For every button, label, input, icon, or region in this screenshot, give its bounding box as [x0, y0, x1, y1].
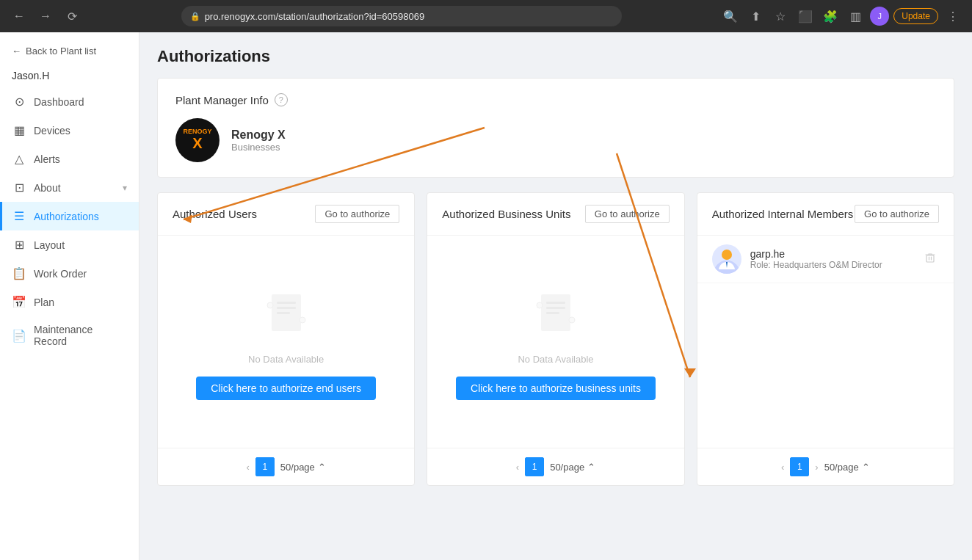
- sidebar-item-label: Maintenance Record: [34, 324, 127, 347]
- pagination-business: ‹ 1 50/page ⌃: [427, 448, 683, 485]
- page-size-business[interactable]: 50/page ⌃: [550, 462, 595, 473]
- search-icon[interactable]: 🔍: [720, 6, 741, 26]
- authorize-end-users-button[interactable]: Click here to authorize end users: [196, 377, 376, 400]
- auth-columns: Authorized Users Go to authorize No Data…: [157, 192, 954, 486]
- sidebar-item-work-order[interactable]: 📋 Work Order: [0, 259, 139, 288]
- member-info: garp.he Role: Headquarters O&M Director: [750, 248, 913, 270]
- page-size-label-i: 50/page: [824, 462, 859, 473]
- forward-button[interactable]: →: [35, 6, 56, 26]
- menu-icon[interactable]: ⋮: [943, 6, 963, 26]
- svg-point-14: [537, 302, 543, 308]
- plant-manager-header: Plant Manager Info ?: [175, 93, 936, 106]
- svg-point-17: [722, 250, 732, 260]
- back-label: Back to Plant list: [26, 46, 96, 57]
- svg-rect-18: [926, 255, 934, 262]
- sidebar-item-about[interactable]: ⊡ About ▾: [0, 173, 139, 202]
- prev-page-icon[interactable]: ‹: [246, 462, 249, 473]
- go-authorize-users-button[interactable]: Go to authorize: [315, 205, 399, 223]
- back-arrow-icon: ←: [12, 46, 21, 57]
- sidebar-item-label: Alerts: [34, 153, 60, 165]
- sidebar-item-label: Work Order: [34, 268, 87, 280]
- authorizations-icon: ☰: [12, 209, 26, 223]
- trash-icon: [924, 252, 936, 263]
- no-data-icon-business: [526, 283, 585, 342]
- avatar-svg: [712, 244, 741, 274]
- sidebar-item-devices[interactable]: ▦ Devices: [0, 116, 139, 145]
- sidebar: ← Back to Plant list Jason.H ⊙ Dashboard…: [0, 32, 139, 560]
- renogy-x: X: [183, 135, 211, 152]
- sidebar-item-maintenance-record[interactable]: 📄 Maintenance Record: [0, 316, 139, 354]
- svg-rect-6: [277, 307, 296, 309]
- sidebar-item-dashboard[interactable]: ⊙ Dashboard: [0, 87, 139, 116]
- svg-rect-5: [277, 302, 296, 304]
- page-1-btn-i[interactable]: 1: [790, 457, 809, 476]
- company-details: Renogy X Businesses: [231, 128, 286, 153]
- page-1-btn-b[interactable]: 1: [525, 457, 544, 476]
- member-role: Role: Headquarters O&M Director: [750, 260, 913, 270]
- go-authorize-business-button[interactable]: Go to authorize: [585, 205, 670, 223]
- next-page-icon-i[interactable]: ›: [815, 462, 818, 473]
- chevron-down-icon: ▾: [123, 183, 127, 193]
- sidebar-item-plan[interactable]: 📅 Plan: [0, 288, 139, 316]
- delete-member-button[interactable]: [921, 249, 939, 269]
- column-title-business: Authorized Business Units: [442, 208, 570, 220]
- auth-column-header-internal: Authorized Internal Members Go to author…: [697, 193, 954, 236]
- page-size-label: 50/page: [280, 462, 315, 473]
- sidebar-item-label: Devices: [34, 125, 70, 137]
- sidebar-item-authorizations[interactable]: ☰ Authorizations: [0, 202, 139, 230]
- no-data-text-business: No Data Available: [518, 354, 593, 365]
- dashboard-icon: ⊙: [12, 95, 26, 109]
- svg-rect-13: [546, 312, 559, 314]
- prev-page-icon-i[interactable]: ‹: [781, 462, 784, 473]
- no-data-text: No Data Available: [248, 354, 324, 365]
- work-order-icon: 📋: [12, 266, 26, 280]
- user-name: Jason.H: [0, 64, 139, 87]
- puzzle-icon[interactable]: 🧩: [820, 6, 841, 26]
- page-size-users[interactable]: 50/page ⌃: [280, 462, 326, 473]
- address-bar[interactable]: 🔒 pro.renogyx.com/station/authorization?…: [181, 6, 622, 26]
- app-layout: ← Back to Plant list Jason.H ⊙ Dashboard…: [0, 32, 972, 560]
- company-info: RENOGY X Renogy X Businesses: [175, 118, 936, 162]
- no-data-users: No Data Available Click here to authoriz…: [158, 236, 414, 448]
- plant-manager-label: Plant Manager Info: [175, 94, 269, 106]
- page-title: Authorizations: [157, 47, 954, 66]
- auth-column-header-business: Authorized Business Units Go to authoriz…: [427, 193, 683, 236]
- pagination-users: ‹ 1 50/page ⌃: [158, 448, 414, 485]
- user-avatar[interactable]: J: [870, 7, 889, 26]
- svg-rect-7: [277, 312, 290, 314]
- authorize-business-button[interactable]: Click here to authorize business units: [456, 377, 656, 400]
- member-name: garp.he: [750, 248, 913, 260]
- svg-point-9: [300, 317, 305, 323]
- update-button[interactable]: Update: [893, 8, 938, 24]
- back-button[interactable]: ←: [9, 6, 29, 26]
- reload-button[interactable]: ⟳: [62, 6, 82, 26]
- extensions-icon[interactable]: ⬛: [795, 6, 816, 26]
- bookmark-icon[interactable]: ☆: [770, 6, 791, 26]
- svg-rect-11: [546, 302, 565, 304]
- active-indicator: [0, 202, 2, 230]
- renogy-text: RENOGY: [183, 128, 211, 136]
- company-type: Businesses: [231, 142, 286, 153]
- page-size-internal[interactable]: 50/page ⌃: [824, 462, 870, 473]
- devices-icon: ▦: [12, 123, 26, 137]
- column-title: Authorized Users: [173, 208, 257, 220]
- svg-point-8: [267, 302, 273, 308]
- share-icon[interactable]: ⬆: [745, 6, 766, 26]
- toolbar-right: 🔍 ⬆ ☆ ⬛ 🧩 ▥ J Update ⋮: [720, 6, 963, 26]
- back-to-plant-link[interactable]: ← Back to Plant list: [0, 38, 139, 64]
- sidebar-item-label: Plan: [34, 297, 54, 308]
- sidebar-item-layout[interactable]: ⊞ Layout: [0, 230, 139, 259]
- go-authorize-internal-button[interactable]: Go to authorize: [855, 205, 939, 223]
- maintenance-icon: 📄: [12, 329, 26, 343]
- lock-icon: 🔒: [190, 12, 200, 21]
- column-title-internal: Authorized Internal Members: [712, 208, 854, 220]
- no-data-icon: [257, 283, 316, 342]
- sidebar-item-label: Authorizations: [34, 211, 99, 222]
- help-icon[interactable]: ?: [275, 93, 288, 106]
- page-1-btn[interactable]: 1: [255, 457, 275, 476]
- pagination-internal: ‹ 1 › 50/page ⌃: [697, 448, 954, 485]
- sidebar-toggle-icon[interactable]: ▥: [845, 6, 866, 26]
- sidebar-item-alerts[interactable]: △ Alerts: [0, 145, 139, 173]
- prev-page-icon-b[interactable]: ‹: [516, 462, 519, 473]
- layout-icon: ⊞: [12, 238, 26, 252]
